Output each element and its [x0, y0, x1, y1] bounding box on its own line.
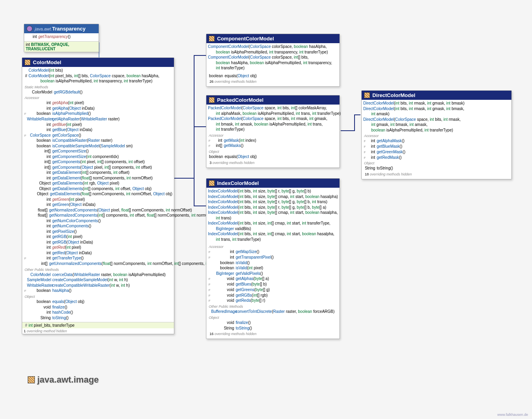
method-row: int[]getComponents (Object pixel, int[] … — [24, 165, 172, 170]
fields-row: #int pixel_bits, transferType — [22, 322, 174, 328]
method-row: StringtoString () — [363, 166, 510, 171]
method-row: FColorSpacegetColorSpace () — [24, 133, 172, 138]
constructor-row: #ColorModel (int pixel_bits, int[] bits,… — [24, 73, 172, 79]
class-name: ColorModel — [33, 59, 61, 65]
method-row: BigIntegergetValidPixels () — [208, 271, 338, 276]
method-row: SampleModelcreateCompatibleSampleModel (… — [24, 277, 172, 283]
method-row: intgetDataElement (int[] components, int… — [24, 170, 172, 175]
class-icon — [209, 36, 215, 42]
method-row: ObjectgetDataElements (int rgb, Object p… — [24, 181, 172, 186]
method-row: FintgetMask (int index) — [208, 138, 338, 143]
constructor-row: PackedColorModel (ColorSpace space, int … — [208, 116, 338, 122]
package-prefix: java.awt. — [35, 27, 52, 31]
method-row: booleanequals (Object obj) — [208, 73, 338, 79]
class-name: ComponentColorModel — [217, 36, 274, 42]
class-directcolormodel: DirectColorModel DirectColorModel (int b… — [361, 90, 512, 179]
class-name: Transparency — [52, 26, 86, 32]
method-row: StringtoString () — [208, 326, 338, 331]
method-row: ObjectgetDataElements (int[] components,… — [24, 186, 172, 192]
method-row: intgetDataElement (float[] normComponent… — [24, 175, 172, 181]
constructor-row: IndexColorModel (int bits, int size, int… — [208, 231, 338, 237]
method-row: booleanisValid (int pixel) — [208, 265, 338, 271]
method-row: FintgetRedMask () — [363, 155, 510, 160]
method-row: inthashCode () — [24, 310, 172, 315]
class-header: ColorModel — [22, 58, 174, 67]
method-row: intgetRGB (int pixel) — [24, 234, 172, 240]
method-row: intgetRed (Object inData) — [24, 250, 172, 256]
class-icon — [25, 59, 31, 65]
class-packedcolormodel: PackedColorModel PackedColorModel (Color… — [206, 95, 340, 168]
method-row: booleanequals (Object obj) — [208, 154, 338, 160]
constructor-row: DirectColorModel (int bits, int rmask, i… — [363, 106, 510, 112]
method-row: intgetComponentSize (int componentIdx) — [24, 154, 172, 160]
method-row: Fint[]getMasks () — [208, 143, 338, 149]
method-row: FintgetGreenMask () — [363, 149, 510, 155]
class-name: IndexColorModel — [217, 180, 259, 186]
method-row: booleanisValid () — [208, 260, 338, 266]
method-row: intgetRed (int pixel) — [24, 245, 172, 250]
constructor-row: ComponentColorModel (ColorSpace colorSpa… — [208, 55, 338, 60]
method-row: int getTransparency () — [26, 34, 97, 40]
method-row: booleanisCompatibleSampleModel (SampleMo… — [24, 143, 172, 149]
section-label: Accessor — [24, 95, 172, 100]
method-row: intgetGreen (int pixel) — [24, 197, 172, 202]
constructor-row: PackedColorModel (ColorSpace space, int … — [208, 105, 338, 111]
method-row: intgetGreen (Object inData) — [24, 202, 172, 208]
class-icon — [364, 92, 370, 98]
return-type: int — [31, 34, 38, 40]
section-label: Other Public Methods — [24, 267, 172, 272]
class-name: DirectColorModel — [372, 92, 415, 98]
method-row: intgetBlue (int pixel) — [24, 122, 172, 128]
method-row: WritableRastercreateCompatibleWritableRa… — [24, 283, 172, 288]
method-row: FbooleanhasAlpha () — [24, 288, 172, 293]
constructor-row: IndexColorModel (int bits, int size, byt… — [208, 194, 338, 200]
method-row: FvoidgetRGBs (int[] rgb) — [208, 293, 338, 298]
method-row: ColorModelcoerceData (WritableRaster ras… — [24, 272, 172, 278]
section-label: Object — [24, 293, 172, 299]
class-componentcolormodel: ComponentColorModel ComponentColorModel … — [206, 34, 340, 87]
method-row: FintgetTransparentPixel () — [208, 255, 338, 260]
method-row: FintgetTransferType () — [24, 255, 172, 261]
method-row: intgetAlpha (Object inData) — [24, 106, 172, 111]
constructor-row: ColorModel (int bits) — [24, 68, 172, 73]
method-row: voidfinalize () — [208, 320, 338, 326]
method-row: intgetBlue (Object inData) — [24, 127, 172, 133]
constructor-row: IndexColorModel (int bits, int size, byt… — [208, 189, 338, 194]
method-row: ObjectgetDataElements (float[] normCompo… — [24, 191, 172, 197]
constructor-row: IndexColorModel (int bits, int size, byt… — [208, 205, 338, 210]
class-colormodel: ColorModel ColorModel (int bits) #ColorM… — [22, 57, 174, 334]
method-row: booleanequals (Object obj) — [24, 299, 172, 305]
method-row: FvoidgetGreens (byte[] g) — [208, 287, 338, 293]
class-icon — [209, 180, 215, 186]
constructor-row: IndexColorModel (int bits, int size, int… — [208, 221, 338, 226]
method-row: int[]getUnnormalizedComponents (float[] … — [24, 261, 172, 267]
method-row: intgetNumComponents () — [24, 223, 172, 229]
constructor-row: DirectColorModel (int bits, int rmask, i… — [363, 101, 510, 106]
method-row: ColorModelgetRGBdefault() — [24, 90, 172, 95]
class-transparency: java.awt.Transparency int getTransparenc… — [24, 24, 99, 52]
method-row: intgetAlpha (int pixel) — [24, 100, 172, 106]
constructor-row: IndexColorModel (int bits, int size, byt… — [208, 199, 338, 205]
method-name[interactable]: getTransparency — [38, 34, 68, 40]
class-icon — [209, 97, 215, 103]
class-header: java.awt.Transparency — [24, 24, 99, 33]
package-icon — [28, 376, 35, 383]
method-row: FbooleanisAlphaPremultiplied () — [24, 111, 172, 116]
interface-icon — [27, 26, 32, 32]
method-row: FintgetAlphaMask () — [363, 138, 510, 144]
method-row: booleanisCompatibleRaster (Raster raster… — [24, 138, 172, 143]
package-label: java.awt.image — [28, 375, 99, 385]
overriding-note: 1 overriding method hidden — [22, 328, 174, 334]
method-row: intgetNumColorComponents () — [24, 218, 172, 224]
section-label: Static Methods — [24, 84, 172, 90]
method-row: intgetPixelSize () — [24, 229, 172, 234]
method-row: FintgetMapSize () — [208, 249, 338, 255]
footer-link[interactable]: www.falkhausen.de — [497, 413, 528, 417]
constructor-row: DirectColorModel (ColorSpace space, int … — [363, 117, 510, 122]
method-row: FvoidgetAlphas (byte[] a) — [208, 276, 338, 282]
method-row: FvoidgetBlues (byte[] b) — [208, 282, 338, 287]
method-row: voidfinalize () — [24, 305, 172, 310]
method-row: FintgetBlueMask () — [363, 144, 510, 149]
method-row: BufferedImageconvertToIntDiscrete (Raste… — [208, 309, 338, 314]
method-row: int[]getComponentSize () — [24, 149, 172, 154]
